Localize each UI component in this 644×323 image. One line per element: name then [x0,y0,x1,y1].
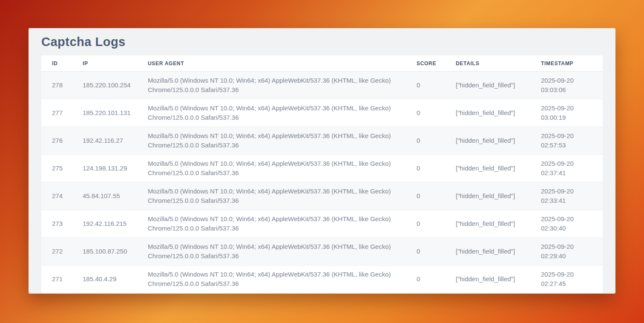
table-row: 276192.42.116.27Mozilla/5.0 (Windows NT … [41,127,603,155]
cell-id: 274 [41,182,72,210]
cell-details: ["hidden_field_filled"] [445,182,530,210]
cell-user_agent: Mozilla/5.0 (Windows NT 10.0; Win64; x64… [137,238,406,265]
cell-details: ["hidden_field_filled"] [445,99,530,127]
cell-score: 0 [406,99,445,127]
cell-user_agent: Mozilla/5.0 (Windows NT 10.0; Win64; x64… [137,127,406,155]
column-header-ip: IP [72,55,137,72]
cell-ip: 185.40.4.29 [72,265,137,293]
table-row: 273192.42.116.215Mozilla/5.0 (Windows NT… [41,210,603,238]
column-header-score: SCORE [406,55,445,72]
cell-id: 278 [41,72,72,99]
cell-id: 272 [41,238,72,265]
table-row: 27445.84.107.55Mozilla/5.0 (Windows NT 1… [41,182,603,210]
cell-timestamp: 2025-09-20 03:00:19 [530,99,603,127]
cell-user_agent: Mozilla/5.0 (Windows NT 10.0; Win64; x64… [137,155,406,182]
cell-ip: 185.220.101.131 [72,99,137,127]
column-header-user_agent: USER AGENT [137,55,406,72]
page-title: Captcha Logs [41,28,603,55]
cell-timestamp: 2025-09-20 02:37:41 [530,155,603,182]
cell-id: 276 [41,127,72,155]
cell-ip: 185.220.100.254 [72,72,137,99]
table-row: 271185.40.4.29Mozilla/5.0 (Windows NT 10… [41,265,603,293]
cell-score: 0 [406,182,445,210]
cell-details: ["hidden_field_filled"] [445,238,530,265]
cell-ip: 192.42.116.27 [72,127,137,155]
cell-user_agent: Mozilla/5.0 (Windows NT 10.0; Win64; x64… [137,265,406,293]
cell-score: 0 [406,238,445,265]
cell-timestamp: 2025-09-20 02:27:45 [530,265,603,293]
cell-id: 277 [41,99,72,127]
cell-score: 0 [406,265,445,293]
cell-score: 0 [406,72,445,99]
table-row: 275124.198.131.29Mozilla/5.0 (Windows NT… [41,155,603,182]
cell-details: ["hidden_field_filled"] [445,265,530,293]
cell-id: 273 [41,210,72,238]
cell-ip: 45.84.107.55 [72,182,137,210]
cell-id: 271 [41,265,72,293]
cell-user_agent: Mozilla/5.0 (Windows NT 10.0; Win64; x64… [137,72,406,99]
cell-ip: 185.100.87.250 [72,238,137,265]
cell-user_agent: Mozilla/5.0 (Windows NT 10.0; Win64; x64… [137,99,406,127]
column-header-id: ID [41,55,72,72]
cell-details: ["hidden_field_filled"] [445,72,530,99]
cell-details: ["hidden_field_filled"] [445,210,530,238]
cell-ip: 124.198.131.29 [72,155,137,182]
table-container: IDIPUSER AGENTSCOREDETAILSTIMESTAMP 2781… [41,55,603,294]
captcha-logs-card: Captcha Logs IDIPUSER AGENTSCOREDETAILST… [29,28,615,294]
column-header-timestamp: TIMESTAMP [530,55,603,72]
cell-details: ["hidden_field_filled"] [445,155,530,182]
cell-id: 275 [41,155,72,182]
cell-user_agent: Mozilla/5.0 (Windows NT 10.0; Win64; x64… [137,182,406,210]
column-header-details: DETAILS [445,55,530,72]
captcha-logs-table: IDIPUSER AGENTSCOREDETAILSTIMESTAMP 2781… [41,55,603,293]
cell-user_agent: Mozilla/5.0 (Windows NT 10.0; Win64; x64… [137,210,406,238]
table-row: 272185.100.87.250Mozilla/5.0 (Windows NT… [41,238,603,265]
table-header: IDIPUSER AGENTSCOREDETAILSTIMESTAMP [41,55,603,72]
cell-score: 0 [406,210,445,238]
cell-timestamp: 2025-09-20 02:30:40 [530,210,603,238]
cell-timestamp: 2025-09-20 02:33:41 [530,182,603,210]
cell-timestamp: 2025-09-20 02:29:40 [530,238,603,265]
cell-ip: 192.42.116.215 [72,210,137,238]
cell-score: 0 [406,127,445,155]
cell-timestamp: 2025-09-20 02:57:53 [530,127,603,155]
cell-score: 0 [406,155,445,182]
app-background: { "title": "Captcha Logs", "colors": { "… [0,0,644,323]
table-row: 278185.220.100.254Mozilla/5.0 (Windows N… [41,72,603,99]
cell-details: ["hidden_field_filled"] [445,127,530,155]
table-row: 277185.220.101.131Mozilla/5.0 (Windows N… [41,99,603,127]
table-header-row: IDIPUSER AGENTSCOREDETAILSTIMESTAMP [41,55,603,72]
cell-timestamp: 2025-09-20 03:03:06 [530,72,603,99]
table-body: 278185.220.100.254Mozilla/5.0 (Windows N… [41,72,603,293]
